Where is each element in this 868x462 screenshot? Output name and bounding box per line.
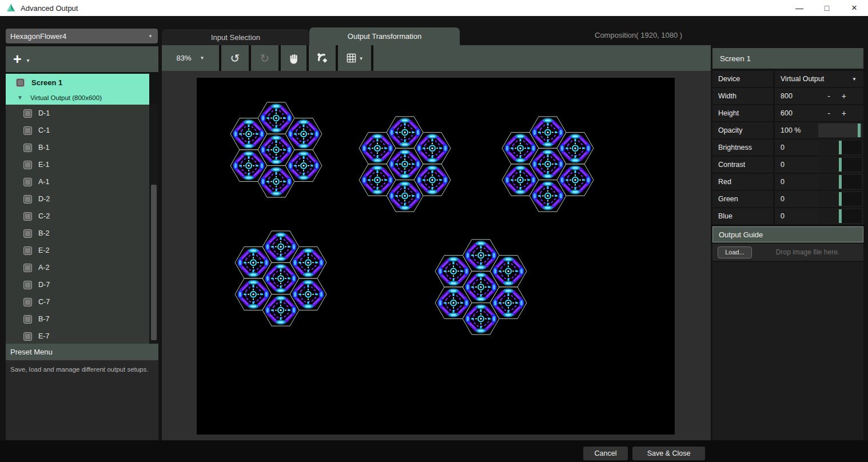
slice-row[interactable]: C-7 <box>6 293 149 310</box>
add-screen-dropdown-icon[interactable]: ▾ <box>27 57 30 63</box>
screens-toolbar: + ▾ <box>6 46 158 72</box>
slider-track-fill <box>818 192 840 206</box>
output-workspace[interactable] <box>162 71 711 440</box>
slider-track[interactable] <box>818 175 862 189</box>
slice-checkbox[interactable] <box>23 246 32 255</box>
load-image-button[interactable]: Load... <box>718 246 752 258</box>
cancel-button[interactable]: Cancel <box>583 447 628 460</box>
tab-input-selection[interactable]: Input Selection <box>162 29 309 45</box>
screen-tree-row[interactable]: Screen 1 <box>6 74 149 91</box>
slider-handle[interactable] <box>858 124 861 137</box>
grid-options-button[interactable]: ▾ <box>338 45 371 71</box>
property-value-field[interactable]: 0 <box>775 191 863 207</box>
slice-row[interactable]: C-1 <box>6 122 149 139</box>
scrollbar-thumb[interactable] <box>151 185 157 340</box>
property-value-field[interactable]: 0 <box>775 140 863 156</box>
slice-row[interactable]: E-1 <box>6 156 149 173</box>
hand-icon <box>288 53 300 64</box>
slider-track[interactable] <box>818 141 862 154</box>
slice-row[interactable]: C-2 <box>6 208 149 225</box>
slice-row[interactable]: E-7 <box>6 328 149 344</box>
slider-track[interactable] <box>818 209 862 223</box>
property-row-width: Width800-+ <box>712 88 863 104</box>
increment-button[interactable]: + <box>842 109 846 118</box>
save-close-button[interactable]: Save & Close <box>632 447 705 460</box>
slice-row[interactable]: B-7 <box>6 310 149 328</box>
device-label: Virtual Output (800x600) <box>30 94 102 101</box>
zoom-level-value: 83% <box>177 54 192 62</box>
hexflower-cluster[interactable] <box>502 117 594 212</box>
undo-icon: ↺ <box>230 53 240 64</box>
decrement-button[interactable]: - <box>827 109 830 118</box>
property-row-green: Green0 <box>712 191 863 207</box>
slice-row[interactable]: D-2 <box>6 190 149 208</box>
snap-tool-button[interactable] <box>309 45 336 71</box>
slider-handle[interactable] <box>839 141 842 154</box>
redo-button[interactable]: ↻ <box>251 45 278 71</box>
slice-row[interactable]: B-1 <box>6 139 149 156</box>
slice-row[interactable]: D-1 <box>6 105 149 122</box>
slice-row[interactable]: E-2 <box>6 242 149 259</box>
tree-collapse-icon[interactable]: ▼ <box>17 95 23 101</box>
slice-label: B-2 <box>38 229 49 237</box>
minimize-button[interactable]: — <box>786 0 813 16</box>
property-value-field[interactable]: 100 % <box>775 122 863 138</box>
slice-checkbox[interactable] <box>23 315 32 324</box>
output-canvas[interactable] <box>197 78 675 435</box>
slice-row[interactable]: A-1 <box>6 173 149 190</box>
property-value-text: 0 <box>781 161 785 169</box>
device-tree-row[interactable]: ▼ Virtual Output (800x600) <box>6 91 149 105</box>
slider-handle[interactable] <box>839 209 842 223</box>
screen-checkbox[interactable] <box>16 78 25 87</box>
undo-button[interactable]: ↺ <box>221 45 249 71</box>
slice-checkbox[interactable] <box>23 298 32 306</box>
slice-checkbox[interactable] <box>23 144 32 152</box>
slice-row[interactable]: D-7 <box>6 276 149 293</box>
slice-checkbox[interactable] <box>23 178 32 186</box>
slice-checkbox[interactable] <box>23 126 32 135</box>
slice-checkbox[interactable] <box>23 195 32 204</box>
property-value-field[interactable]: 800-+ <box>775 88 863 104</box>
property-value-field[interactable]: 0 <box>775 174 863 190</box>
chevron-down-icon[interactable]: ▼ <box>852 77 857 82</box>
toolbar-spacer <box>373 45 711 71</box>
slice-checkbox[interactable] <box>23 332 32 341</box>
slider-handle[interactable] <box>839 158 842 172</box>
slice-checkbox[interactable] <box>23 212 32 221</box>
hexflower-cluster[interactable] <box>235 231 327 326</box>
maximize-button[interactable]: □ <box>813 0 841 16</box>
slice-list-scrollbar[interactable] <box>149 105 158 344</box>
slider-track[interactable] <box>818 124 862 137</box>
slider-handle[interactable] <box>839 192 842 206</box>
zoom-level-dropdown[interactable]: 83% ▼ <box>162 45 219 71</box>
slice-checkbox[interactable] <box>23 281 32 289</box>
property-value-field[interactable]: Virtual Output▼ <box>775 71 863 87</box>
property-label: Opacity <box>712 122 773 138</box>
tab-output-transformation[interactable]: Output Transformation <box>309 27 460 45</box>
add-screen-button[interactable]: + <box>13 52 22 66</box>
increment-button[interactable]: + <box>842 91 846 101</box>
screen-label: Screen 1 <box>31 78 62 87</box>
hexflower-cluster[interactable] <box>359 117 451 212</box>
property-value-field[interactable]: 0 <box>775 157 863 173</box>
slice-checkbox[interactable] <box>23 229 32 238</box>
property-value-field[interactable]: 600-+ <box>775 105 863 121</box>
close-button[interactable]: × <box>841 0 868 16</box>
slice-row[interactable]: B-2 <box>6 225 149 242</box>
slice-row[interactable]: A-2 <box>6 259 149 276</box>
slider-track-fill <box>818 141 840 154</box>
screen-preset-dropdown[interactable]: HexagonFlower4 ▼ <box>6 29 158 43</box>
slider-handle[interactable] <box>839 175 842 189</box>
slice-checkbox[interactable] <box>23 109 32 118</box>
slider-track[interactable] <box>818 158 862 172</box>
property-value-field[interactable]: 0 <box>775 208 863 224</box>
slider-track[interactable] <box>818 192 862 206</box>
drop-image-zone[interactable]: Drop image file here. <box>752 248 863 256</box>
hexflower-cluster[interactable] <box>230 102 322 197</box>
slice-checkbox[interactable] <box>23 161 32 169</box>
pan-tool-button[interactable] <box>281 45 306 71</box>
decrement-button[interactable]: - <box>827 91 830 101</box>
slice-checkbox[interactable] <box>23 264 32 272</box>
hexflower-cluster[interactable] <box>435 240 527 334</box>
screen-tree-selection[interactable]: Screen 1 ▼ Virtual Output (800x600) <box>6 74 149 105</box>
